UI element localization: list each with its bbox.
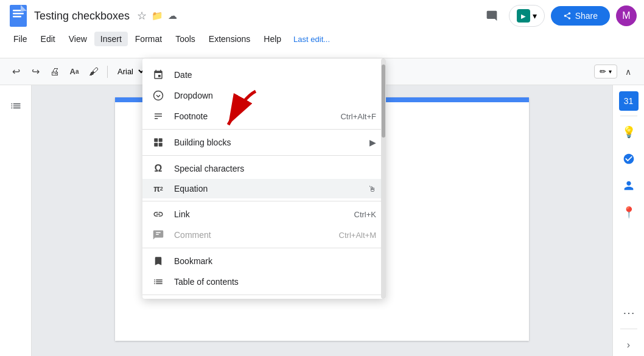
folder-icon[interactable]: 📁	[152, 10, 163, 21]
meet-chevron: ▾	[533, 11, 537, 21]
equation-icon: π2	[152, 184, 164, 194]
toc-icon	[152, 276, 164, 287]
menu-item-dropdown[interactable]: Dropdown	[142, 85, 386, 106]
avatar[interactable]: M	[616, 5, 637, 26]
last-edit[interactable]: Last edit...	[293, 35, 330, 44]
building-blocks-icon	[152, 137, 164, 148]
comments-button[interactable]	[481, 5, 503, 27]
date-icon	[152, 69, 164, 80]
edit-mode-button[interactable]: ✏ ▾	[594, 65, 617, 79]
special-chars-icon: Ω	[152, 163, 164, 174]
toc-label: Table of contents	[174, 277, 376, 287]
menu-section-2: Building blocks ▶	[142, 130, 386, 156]
dropdown-scrollbar[interactable]	[381, 58, 386, 299]
bookmark-icon	[152, 256, 164, 267]
equation-cursor: 🖱	[368, 184, 376, 194]
menu-item-footnote[interactable]: Footnote Ctrl+Alt+F	[142, 106, 386, 127]
more-addons-icon[interactable]: ⋯	[618, 302, 640, 324]
menu-file[interactable]: File	[7, 32, 33, 46]
meet-button[interactable]: ▶ ▾	[509, 5, 545, 27]
tasks-icon[interactable]	[618, 148, 640, 170]
svg-rect-2	[13, 13, 24, 15]
collapse-toolbar-button[interactable]: ∧	[620, 63, 637, 80]
edit-chevron: ▾	[609, 68, 612, 75]
dropdown-label: Dropdown	[174, 91, 376, 100]
comment-icon	[152, 229, 164, 240]
svg-rect-6	[159, 138, 163, 142]
top-bar: Testing checkboxes ☆ 📁 ☁ ▶ ▾ Share M Fil…	[0, 0, 644, 58]
menu-item-toc[interactable]: Table of contents	[142, 271, 386, 292]
dropdown-icon	[152, 90, 164, 101]
toolbar-divider-1	[107, 66, 108, 78]
app-icon	[7, 4, 29, 28]
svg-rect-8	[159, 143, 163, 147]
menu-view[interactable]: View	[63, 32, 93, 46]
menu-section-5: Bookmark Table of contents	[142, 248, 386, 295]
special-characters-label: Special characters	[174, 164, 376, 173]
sidebar-right: 31 💡 📍 ⋯ ›	[612, 85, 644, 356]
share-button[interactable]: Share	[551, 6, 610, 26]
font-select[interactable]: Arial	[113, 65, 146, 78]
menu-edit[interactable]: Edit	[35, 32, 61, 46]
svg-rect-7	[154, 143, 158, 147]
right-sidebar-divider	[620, 116, 637, 116]
title-icons: ☆ 📁 ☁	[137, 9, 177, 23]
svg-rect-5	[154, 138, 158, 142]
menu-item-link[interactable]: Link Ctrl+K	[142, 204, 386, 225]
date-label: Date	[174, 70, 376, 80]
menu-item-building-blocks[interactable]: Building blocks ▶	[142, 132, 386, 153]
footnote-icon	[152, 111, 164, 122]
menu-item-date[interactable]: Date	[142, 65, 386, 85]
menu-section-1: Date Dropdown Footnote Ctrl+Alt+F	[142, 62, 386, 130]
redo-button[interactable]: ↪	[27, 63, 44, 80]
menu-item-comment[interactable]: Comment Ctrl+Alt+M	[142, 225, 386, 245]
svg-point-4	[154, 91, 163, 100]
sidebar-left	[0, 85, 32, 356]
print-button[interactable]: 🖨	[46, 63, 63, 80]
bookmark-label: Bookmark	[174, 256, 376, 266]
svg-rect-3	[13, 16, 21, 18]
spell-check-button[interactable]: Aa	[66, 63, 83, 80]
link-label: Link	[174, 209, 345, 219]
menu-help[interactable]: Help	[257, 32, 287, 46]
comment-label: Comment	[174, 230, 329, 240]
top-right: ▶ ▾ Share M	[481, 5, 637, 27]
footnote-shortcut: Ctrl+Alt+F	[340, 112, 376, 121]
comment-shortcut: Ctrl+Alt+M	[339, 231, 376, 240]
menu-item-bookmark[interactable]: Bookmark	[142, 251, 386, 271]
cloud-icon[interactable]: ☁	[168, 10, 177, 21]
edit-icon: ✏	[600, 67, 606, 76]
expand-sidebar-icon[interactable]: ›	[618, 334, 640, 356]
menu-extensions[interactable]: Extensions	[203, 32, 256, 46]
maps-icon[interactable]: 📍	[618, 201, 640, 223]
calendar-addon-icon[interactable]: 31	[619, 91, 639, 111]
star-icon[interactable]: ☆	[137, 9, 147, 23]
menu-item-equation[interactable]: π2 Equation 🖱	[142, 179, 386, 198]
insert-dropdown-menu: Date Dropdown Footnote Ctrl+Alt+F Buildi…	[142, 58, 386, 299]
doc-title: Testing checkboxes	[34, 10, 130, 23]
menu-insert[interactable]: Insert	[94, 32, 128, 46]
menu-bar: File Edit View Insert Format Tools Exten…	[7, 30, 637, 47]
menu-section-3: Ω Special characters π2 Equation 🖱	[142, 156, 386, 201]
menu-item-special-characters[interactable]: Ω Special characters	[142, 158, 386, 179]
dropdown-scrollbar-thumb	[382, 65, 385, 138]
building-blocks-arrow: ▶	[369, 138, 376, 147]
equation-label: Equation	[174, 184, 354, 194]
menu-section-4: Link Ctrl+K Comment Ctrl+Alt+M	[142, 201, 386, 248]
footnote-label: Footnote	[174, 111, 331, 121]
undo-button[interactable]: ↩	[7, 63, 24, 80]
contacts-icon[interactable]	[618, 175, 640, 197]
paint-format-button[interactable]: 🖌	[85, 63, 102, 80]
title-row: Testing checkboxes ☆ 📁 ☁ ▶ ▾ Share M	[7, 4, 637, 30]
link-shortcut: Ctrl+K	[354, 210, 376, 219]
meet-icon: ▶	[517, 9, 530, 23]
right-sidebar-bottom-divider	[620, 329, 637, 329]
share-label: Share	[575, 11, 598, 21]
keep-icon[interactable]: 💡	[618, 121, 640, 143]
menu-format[interactable]: Format	[129, 32, 168, 46]
link-icon	[152, 209, 164, 220]
sidebar-list-icon[interactable]	[5, 95, 27, 117]
menu-tools[interactable]: Tools	[169, 32, 201, 46]
building-blocks-label: Building blocks	[174, 138, 360, 147]
